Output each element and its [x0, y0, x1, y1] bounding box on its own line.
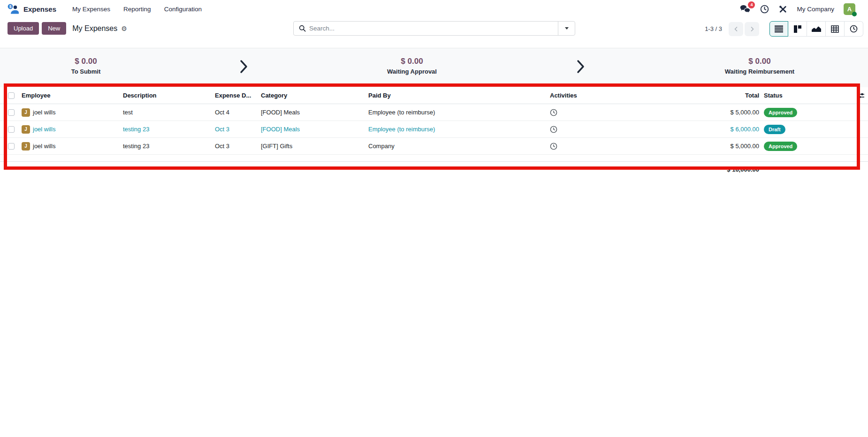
paid-by: Employee (to reimburse) — [368, 126, 435, 133]
presence-dot — [852, 12, 857, 16]
svg-text:$: $ — [9, 4, 12, 9]
messages-icon[interactable]: 4 — [740, 5, 751, 14]
chevron-down-icon — [565, 27, 569, 30]
schedule-activity-icon[interactable] — [550, 143, 557, 150]
header-paid-by[interactable]: Paid By — [368, 87, 547, 104]
table-header-row: Employee Description Expense D... Catego… — [0, 87, 868, 104]
expense-total: $ 6,000.00 — [731, 126, 759, 133]
pager-counter: 1-3 / 3 — [705, 25, 722, 32]
message-count-badge: 4 — [748, 1, 755, 8]
expense-total: $ 5,000.00 — [731, 109, 759, 116]
employee-avatar: J — [22, 125, 30, 134]
graph-view-button[interactable] — [807, 21, 826, 37]
expense-date: Oct 3 — [215, 126, 229, 133]
kanban-view-button[interactable] — [788, 21, 807, 37]
expense-description: testing 23 — [123, 143, 149, 150]
employee-name: joel wills — [33, 109, 55, 116]
to-submit-amount: $ 0.00 — [71, 57, 101, 66]
employee-name: joel wills — [33, 126, 55, 133]
table-row[interactable]: J joel wills testing 23 Oct 3 [GIFT] Gif… — [0, 138, 868, 155]
search-input[interactable] — [309, 25, 558, 32]
table-footer-row: $ 16,000.00 — [0, 162, 868, 177]
expense-dashboard: $ 0.00 To Submit $ 0.00 Waiting Approval… — [0, 48, 868, 87]
main-menu: My Expenses Reporting Configuration — [72, 6, 202, 13]
employee-avatar: J — [22, 108, 30, 117]
pager-next-button[interactable] — [745, 22, 759, 36]
user-avatar[interactable]: A — [844, 3, 855, 15]
menu-configuration[interactable]: Configuration — [164, 6, 202, 13]
upload-button[interactable]: Upload — [8, 22, 39, 35]
table-row[interactable]: J joel wills testing 23 Oct 3 [FOOD] Mea… — [0, 121, 868, 138]
page-title: My Expenses — [72, 24, 117, 33]
schedule-activity-icon[interactable] — [550, 109, 557, 116]
waiting-reimbursement-amount: $ 0.00 — [725, 57, 794, 66]
activities-icon[interactable] — [760, 5, 769, 14]
employee-avatar: J — [22, 142, 30, 151]
expenses-app-icon[interactable]: $ — [7, 3, 19, 15]
schedule-activity-icon[interactable] — [550, 126, 557, 133]
control-panel: Upload New My Expenses ⚙ 1-3 / 3 — [0, 18, 868, 48]
header-status[interactable]: Status — [759, 87, 844, 104]
expense-date: Oct 4 — [215, 109, 229, 116]
expense-description: test — [123, 109, 133, 116]
header-description[interactable]: Description — [123, 87, 215, 104]
pivot-view-button[interactable] — [826, 21, 845, 37]
header-employee[interactable]: Employee — [20, 87, 123, 104]
header-total[interactable]: Total — [666, 87, 759, 104]
header-activities[interactable]: Activities — [547, 87, 666, 104]
waiting-approval-card[interactable]: $ 0.00 Waiting Approval — [387, 57, 437, 75]
expense-list: Employee Description Expense D... Catego… — [0, 87, 868, 177]
select-all-checkbox[interactable] — [8, 92, 15, 99]
search-dropdown-toggle[interactable] — [558, 22, 575, 35]
header-expense-date[interactable]: Expense D... — [215, 87, 261, 104]
header-category[interactable]: Category — [261, 87, 368, 104]
column-sum-total: $ 16,000.00 — [727, 166, 759, 173]
activity-view-button[interactable] — [845, 21, 863, 37]
view-switcher — [769, 21, 863, 37]
user-avatar-initial: A — [847, 6, 852, 13]
waiting-reimbursement-card[interactable]: $ 0.00 Waiting Reimbursement — [725, 57, 794, 75]
new-button[interactable]: New — [42, 22, 66, 35]
expense-total: $ 5,000.00 — [731, 143, 759, 150]
menu-reporting[interactable]: Reporting — [123, 6, 151, 13]
search-icon — [299, 25, 306, 32]
company-switcher[interactable]: My Company — [797, 6, 834, 13]
expense-category: [FOOD] Meals — [261, 126, 300, 133]
status-badge: Approved — [764, 142, 797, 151]
table-bottom-spacer — [0, 155, 868, 162]
menu-my-expenses[interactable]: My Expenses — [72, 6, 110, 13]
chevron-right-icon — [576, 60, 585, 75]
row-checkbox[interactable] — [8, 109, 15, 116]
to-submit-label: To Submit — [71, 68, 101, 75]
top-navbar: $ Expenses My Expenses Reporting Configu… — [0, 0, 868, 18]
expense-category: [FOOD] Meals — [261, 109, 300, 116]
chevron-right-icon — [239, 60, 248, 75]
employee-name: joel wills — [33, 143, 55, 150]
optional-columns-icon[interactable] — [858, 92, 864, 99]
navbar-systray: 4 My Company A — [740, 3, 855, 15]
waiting-approval-amount: $ 0.00 — [387, 57, 437, 66]
waiting-approval-label: Waiting Approval — [387, 68, 437, 75]
paid-by: Employee (to reimburse) — [368, 109, 435, 116]
waiting-reimbursement-label: Waiting Reimbursement — [725, 68, 794, 75]
expense-date: Oct 3 — [215, 143, 229, 150]
tools-icon[interactable] — [778, 5, 787, 14]
to-submit-card[interactable]: $ 0.00 To Submit — [71, 57, 101, 75]
status-badge: Approved — [764, 108, 797, 117]
list-view-button[interactable] — [769, 21, 788, 37]
row-checkbox[interactable] — [8, 126, 15, 133]
row-checkbox[interactable] — [8, 143, 15, 150]
expense-description: testing 23 — [123, 126, 149, 133]
status-badge: Draft — [764, 125, 785, 134]
table-row[interactable]: J joel wills test Oct 4 [FOOD] Meals Emp… — [0, 104, 868, 121]
search-bar — [293, 21, 575, 36]
action-gear-icon[interactable]: ⚙ — [121, 25, 127, 32]
pager-previous-button[interactable] — [729, 22, 743, 36]
expense-category: [GIFT] Gifts — [261, 143, 292, 150]
app-title[interactable]: Expenses — [23, 5, 56, 13]
paid-by: Company — [368, 143, 395, 150]
